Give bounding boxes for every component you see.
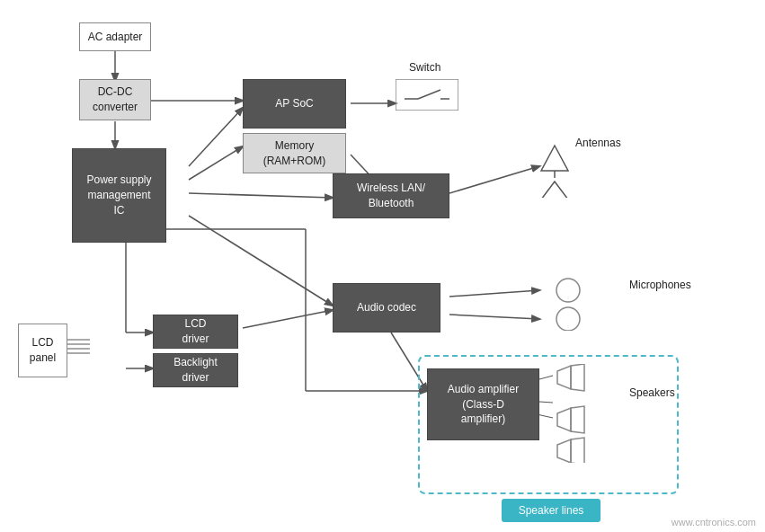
dc-dc-block: DC-DCconverter xyxy=(79,79,151,120)
svg-line-8 xyxy=(449,166,539,193)
watermark: www.cntronics.com xyxy=(672,517,756,528)
memory-block: Memory(RAM+ROM) xyxy=(243,133,346,173)
svg-line-10 xyxy=(449,290,539,297)
speaker-lines-legend: Speaker lines xyxy=(502,499,600,522)
ap-soc-block: AP SoC xyxy=(243,79,346,129)
audio-amp-block: Audio amplifier(Class-Damplifier) xyxy=(427,368,539,440)
lcd-panel-block: LCDpanel xyxy=(18,324,67,377)
svg-marker-36 xyxy=(557,366,571,389)
svg-line-4 xyxy=(189,146,243,180)
svg-line-9 xyxy=(189,216,333,306)
speakers-label: Speakers xyxy=(629,386,675,399)
lcd-driver-block: LCDdriver xyxy=(153,315,238,349)
svg-marker-31 xyxy=(541,146,568,171)
svg-line-29 xyxy=(418,90,440,99)
svg-marker-38 xyxy=(557,408,571,431)
svg-point-35 xyxy=(556,307,580,331)
audio-codec-block: Audio codec xyxy=(333,283,440,332)
svg-line-19 xyxy=(243,310,333,328)
svg-point-34 xyxy=(556,279,580,302)
wireless-block: Wireless LAN/Bluetooth xyxy=(333,173,449,218)
psu-block: Power supplymanagementIC xyxy=(72,148,166,243)
svg-marker-41 xyxy=(571,438,584,463)
svg-marker-39 xyxy=(571,406,584,433)
svg-marker-40 xyxy=(557,439,571,463)
backlight-driver-block: Backlightdriver xyxy=(153,353,238,387)
svg-marker-37 xyxy=(571,364,584,391)
svg-line-5 xyxy=(189,193,333,198)
antennas-label: Antennas xyxy=(575,137,621,149)
ac-adapter-block: AC adapter xyxy=(79,22,151,51)
svg-line-11 xyxy=(449,315,539,319)
svg-marker-33 xyxy=(541,182,568,198)
svg-line-3 xyxy=(189,108,243,166)
switch-label: Switch xyxy=(409,61,440,74)
microphones-label: Microphones xyxy=(629,279,691,291)
